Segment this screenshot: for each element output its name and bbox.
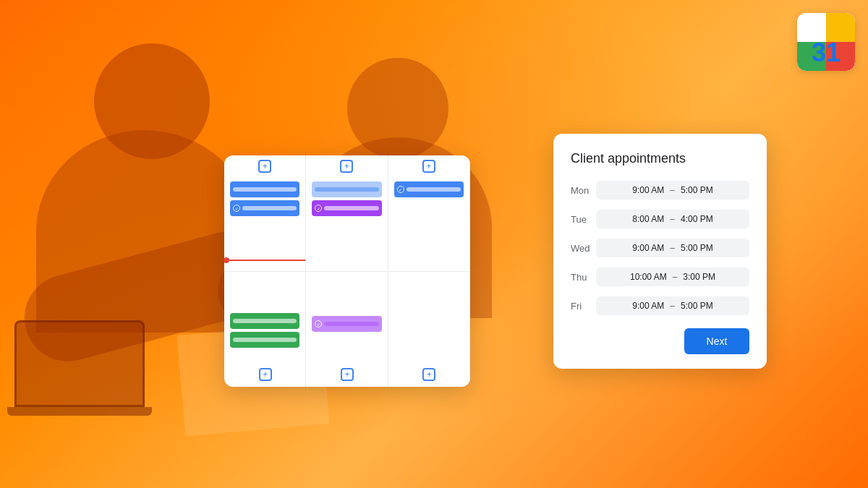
cal-add-icon-bottom-2[interactable]: +: [341, 368, 354, 381]
time-end-fri: 5:00 PM: [681, 301, 713, 311]
cal-event-bar-purple-1: [324, 206, 378, 210]
time-range-tue[interactable]: 8:00 AM – 4:00 PM: [596, 210, 749, 228]
day-label-thu: Thu: [571, 272, 596, 283]
time-end-wed: 5:00 PM: [681, 243, 713, 253]
cal-event-bar-purple-light: [324, 322, 378, 326]
cal-event-bar-2: [242, 206, 297, 210]
cal-event-green-1: [230, 313, 299, 329]
cal-col-header-1[interactable]: [258, 160, 271, 173]
cal-event-check-3: [315, 320, 322, 328]
cal-event-check: [233, 205, 240, 212]
cal-col-header-2[interactable]: [340, 160, 353, 173]
cal-event-bar-blue-3: [407, 187, 461, 192]
gcal-number: 31: [812, 38, 841, 68]
laptop-base: [7, 407, 152, 416]
day-label-tue: Tue: [571, 214, 596, 225]
cal-event-blue-1: [230, 181, 299, 197]
cal-event-purple-light: [312, 316, 381, 332]
day-label-fri: Fri: [571, 301, 596, 312]
appointments-card: Client appointments Mon 9:00 AM – 5:00 P…: [553, 134, 767, 369]
laptop-screen: [14, 320, 145, 407]
appointment-row-wed: Wed 9:00 AM – 5:00 PM: [571, 239, 749, 257]
time-range-mon[interactable]: 9:00 AM – 5:00 PM: [596, 181, 749, 200]
day-label-wed: Wed: [571, 243, 596, 254]
time-range-thu[interactable]: 10:00 AM – 3:00 PM: [596, 267, 749, 286]
time-end-thu: 3:00 PM: [683, 272, 715, 282]
time-start-tue: 8:00 AM: [632, 214, 664, 224]
cal-col-header-3[interactable]: [422, 160, 435, 173]
time-line: [224, 260, 305, 261]
laptop: [14, 320, 152, 416]
appointment-row-thu: Thu 10:00 AM – 3:00 PM: [571, 267, 749, 286]
cal-event-check-4: [397, 186, 404, 193]
cal-event-bar-green-1: [233, 319, 297, 323]
time-end-tue: 4:00 PM: [681, 214, 713, 224]
cal-mid-divider: [224, 271, 470, 272]
time-start-thu: 10:00 AM: [630, 272, 667, 282]
card-title: Client appointments: [571, 151, 749, 166]
cal-event-purple-1: [312, 200, 381, 216]
time-end-mon: 5:00 PM: [681, 185, 713, 195]
calendar-widget: + + +: [224, 155, 470, 387]
time-range-fri[interactable]: 9:00 AM – 5:00 PM: [596, 296, 749, 315]
time-dash-fri: –: [670, 301, 675, 311]
appointment-row-mon: Mon 9:00 AM – 5:00 PM: [571, 181, 749, 200]
cal-event-check-2: [315, 205, 322, 212]
cal-event-bar-light-1: [315, 187, 378, 192]
cal-event-blue-3: [394, 181, 464, 197]
appointment-row-tue: Tue 8:00 AM – 4:00 PM: [571, 210, 749, 228]
time-start-wed: 9:00 AM: [632, 243, 664, 253]
time-dash-tue: –: [670, 214, 675, 224]
appointment-row-fri: Fri 9:00 AM – 5:00 PM: [571, 296, 749, 315]
cal-add-icon-bottom-3[interactable]: +: [422, 368, 435, 381]
time-start-mon: 9:00 AM: [632, 185, 664, 195]
cal-event-green-2: [230, 332, 299, 348]
cal-event-blue-2: [230, 200, 299, 216]
time-range-wed[interactable]: 9:00 AM – 5:00 PM: [596, 239, 749, 257]
cal-add-icon-bottom-1[interactable]: +: [259, 368, 272, 381]
cal-event-blue-light-1: [312, 181, 381, 197]
time-start-fri: 9:00 AM: [632, 301, 664, 311]
time-dash-thu: –: [673, 272, 678, 282]
time-dash-wed: –: [670, 243, 675, 253]
day-label-mon: Mon: [571, 185, 596, 196]
gcal-logo: 31: [797, 13, 855, 71]
time-dash-mon: –: [670, 185, 675, 195]
cal-event-bar: [233, 187, 297, 192]
cal-event-bar-green-2: [233, 338, 297, 342]
next-button[interactable]: Next: [684, 328, 749, 354]
